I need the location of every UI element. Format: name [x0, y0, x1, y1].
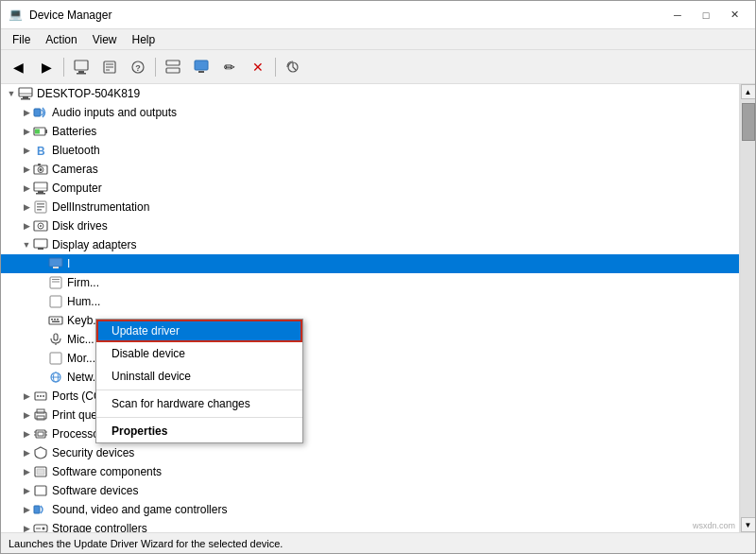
svg-rect-20 [45, 130, 47, 133]
expand-root[interactable]: ▼ [5, 87, 18, 100]
expand-mor[interactable] [35, 352, 48, 365]
ctx-scan-hardware[interactable]: Scan for hardware changes [96, 392, 302, 415]
svg-rect-40 [49, 258, 62, 267]
scroll-down-arrow[interactable]: ▼ [741, 517, 756, 532]
monitor-icon [48, 256, 63, 271]
tree-label-mor: Mor... [67, 352, 95, 365]
tree-label-disk: Disk drives [52, 219, 108, 233]
window-title: Device Manager [29, 9, 664, 22]
expand-firm[interactable] [35, 276, 48, 289]
toolbar-edit[interactable]: ✏ [216, 54, 243, 80]
expand-dell[interactable]: ▶ [20, 200, 33, 214]
scroll-thumb[interactable] [742, 103, 755, 141]
svg-rect-48 [54, 319, 56, 320]
cameras-icon [33, 162, 48, 177]
expand-mic[interactable] [35, 333, 48, 346]
svg-rect-18 [34, 109, 41, 116]
menu-view[interactable]: View [85, 31, 125, 48]
tree-item-display[interactable]: ▼ Display adapters [1, 235, 739, 254]
expand-swcomp[interactable]: ▶ [20, 465, 33, 478]
tree-item-bluetooth[interactable]: ▶ B Bluetooth [1, 141, 739, 160]
tree-item-batteries[interactable]: ▶ Batteries [1, 122, 739, 141]
svg-rect-73 [34, 506, 40, 513]
toolbar-monitor[interactable] [188, 54, 215, 80]
expand-storage[interactable]: ▶ [20, 522, 33, 532]
tree-item-computer[interactable]: ▶ Computer [1, 179, 739, 198]
toolbar-sep-3 [275, 58, 276, 77]
tree-label-display-child: I [67, 257, 70, 270]
scrollbar[interactable]: ▲ ▼ [740, 84, 755, 532]
mic-icon [48, 332, 63, 347]
display-icon [33, 237, 48, 252]
expand-sound[interactable]: ▶ [20, 503, 33, 516]
expand-display[interactable]: ▼ [20, 238, 33, 251]
ctx-uninstall-device[interactable]: Uninstall device [96, 365, 302, 388]
toolbar-view1[interactable] [160, 54, 186, 80]
tree-label-batteries: Batteries [52, 125, 96, 138]
toolbar-forward[interactable]: ▶ [33, 54, 60, 80]
svg-rect-0 [75, 61, 88, 70]
ctx-sep-2 [96, 417, 302, 418]
tree-item-sound[interactable]: ▶ Sound, video and game controllers [1, 500, 739, 519]
title-bar: 💻 Device Manager ─ □ ✕ [1, 1, 755, 29]
tree-label-storage: Storage controllers [52, 522, 147, 532]
tree-item-storage[interactable]: ▶ Storage controllers [1, 519, 739, 532]
tree-panel[interactable]: ▼ DESKTOP-504K819 ▶ Audio inputs and out… [1, 84, 740, 532]
expand-processors[interactable]: ▶ [20, 427, 33, 441]
toolbar-computer[interactable] [68, 54, 94, 80]
expand-print[interactable]: ▶ [20, 408, 33, 422]
expand-display-child[interactable] [35, 257, 48, 270]
tree-item-cameras[interactable]: ▶ Cameras [1, 160, 739, 179]
toolbar-scan[interactable] [280, 54, 306, 80]
tree-item-firm[interactable]: Firm... [1, 273, 739, 292]
scroll-track[interactable] [741, 99, 755, 517]
toolbar-delete[interactable]: ✕ [245, 54, 271, 80]
scroll-up-arrow[interactable]: ▲ [741, 84, 756, 99]
expand-computer[interactable]: ▶ [20, 182, 33, 195]
expand-cameras[interactable]: ▶ [20, 163, 33, 176]
tree-item-dell[interactable]: ▶ DellInstrumentation [1, 198, 739, 216]
mor-icon [48, 351, 63, 366]
tree-root[interactable]: ▼ DESKTOP-504K819 [1, 84, 739, 103]
close-button[interactable]: ✕ [721, 6, 747, 25]
print-icon [33, 407, 48, 423]
menu-file[interactable]: File [5, 31, 38, 48]
tree-item-disk[interactable]: ▶ Disk drives [1, 216, 739, 235]
window-controls: ─ □ ✕ [664, 6, 747, 25]
minimize-button[interactable]: ─ [664, 6, 691, 25]
tree-label-firm: Firm... [67, 276, 99, 289]
expand-audio[interactable]: ▶ [20, 106, 33, 119]
toolbar-back[interactable]: ◀ [5, 54, 31, 80]
expand-bluetooth[interactable]: ▶ [20, 144, 33, 157]
tree-item-audio[interactable]: ▶ Audio inputs and outputs [1, 103, 739, 122]
ctx-disable-device[interactable]: Disable device [96, 342, 302, 365]
ctx-update-driver[interactable]: Update driver [96, 320, 302, 342]
expand-keyb[interactable] [35, 314, 48, 327]
ctx-properties[interactable]: Properties [96, 420, 302, 442]
tree-item-security[interactable]: ▶ Security devices [1, 443, 739, 462]
tree-label-cameras: Cameras [52, 163, 98, 176]
svg-rect-29 [38, 191, 43, 193]
tree-label-audio: Audio inputs and outputs [52, 106, 177, 119]
menu-help[interactable]: Help [125, 31, 163, 48]
menu-action[interactable]: Action [38, 31, 84, 48]
svg-rect-38 [34, 239, 47, 248]
tree-label-display: Display adapters [52, 238, 136, 251]
expand-swdev[interactable]: ▶ [20, 484, 33, 497]
expand-ports[interactable]: ▶ [20, 390, 33, 403]
tree-item-swcomp[interactable]: ▶ Software components [1, 462, 739, 481]
toolbar-properties[interactable] [96, 54, 123, 80]
tree-item-hum[interactable]: Hum... [1, 292, 739, 311]
expand-batteries[interactable]: ▶ [20, 125, 33, 138]
toolbar-help[interactable]: ? [125, 54, 151, 80]
tree-item-swdev[interactable]: ▶ Software devices [1, 481, 739, 500]
audio-icon [33, 105, 48, 120]
tree-item-display-child[interactable]: I [1, 254, 739, 273]
expand-hum[interactable] [35, 295, 48, 308]
svg-point-25 [40, 168, 43, 171]
expand-disk[interactable]: ▶ [20, 219, 33, 233]
expand-netw[interactable] [35, 371, 48, 384]
expand-security[interactable]: ▶ [20, 446, 33, 459]
maximize-button[interactable]: □ [693, 6, 719, 25]
svg-rect-45 [50, 296, 61, 307]
